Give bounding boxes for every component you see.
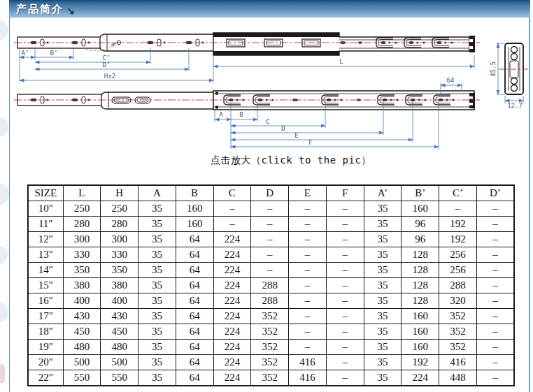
table-row: 15″3803803564224288––35128288– [28, 278, 514, 293]
table-cell: 350 [101, 263, 138, 278]
table-cell: – [326, 201, 364, 217]
table-cell: – [251, 247, 289, 263]
table-cell: 352 [251, 309, 289, 324]
table-cell: 35 [364, 278, 401, 293]
table-cell: 160 [401, 201, 439, 217]
dim-label-e: E [294, 132, 298, 139]
column-header: A [138, 185, 176, 201]
table-cell: 224 [213, 309, 251, 324]
table-cell: 224 [213, 340, 251, 355]
table-cell: 35 [364, 232, 401, 247]
table-cell: 35 [364, 324, 401, 340]
table-cell: 256 [439, 263, 477, 278]
table-cell: 20″ [28, 355, 63, 370]
column-header: C’ [439, 185, 477, 201]
table-cell: 256 [439, 247, 477, 263]
table-row: 20″5005003564224352416–35192416– [28, 355, 514, 370]
table-cell: 12″ [28, 232, 63, 247]
table-cell: 330 [101, 247, 138, 263]
table-header-row: SIZELHABCDEFA’B’C’D’ [28, 185, 514, 201]
table-row: 16″4004003564224288––35128320– [28, 293, 514, 309]
table-cell: – [476, 340, 514, 355]
table-row: 11″28028035160––––3596192– [28, 217, 514, 232]
table-cell: – [326, 293, 364, 309]
table-cell: – [326, 340, 364, 355]
table-cell: – [476, 278, 514, 293]
table-cell: 35 [138, 278, 176, 293]
table-cell: 350 [63, 263, 101, 278]
table-cell: 380 [101, 278, 138, 293]
table-cell: – [326, 324, 364, 340]
column-header: B’ [401, 185, 439, 201]
table-cell: 35 [138, 232, 176, 247]
table-cell: 18″ [28, 324, 63, 340]
table-row: 18″4504503564224352––35160352– [28, 324, 514, 340]
table-cell: 250 [101, 201, 138, 217]
slide-rail-technical-drawing[interactable]: A’ B’ C’ D’ H±2 L [0, 0, 533, 168]
table-cell: 224 [401, 370, 439, 386]
table-cell: 22″ [28, 370, 63, 386]
table-cell: – [251, 232, 289, 247]
table-cell: 288 [251, 293, 289, 309]
table-row: 14″3503503564224–––35128256– [28, 263, 514, 278]
table-cell: 35 [138, 217, 176, 232]
table-cell: – [326, 355, 364, 370]
table-cell: – [476, 247, 514, 263]
table-cell: 192 [439, 232, 477, 247]
table-cell: – [326, 278, 364, 293]
table-cell: 64 [176, 340, 213, 355]
table-row: 19″4804803564224352––35160352– [28, 340, 514, 355]
table-row: 22″5505503564224352416–35224448– [28, 370, 514, 386]
table-cell: – [476, 201, 514, 217]
table-row: 10″25025035160––––35160–– [28, 201, 514, 217]
table-cell: – [476, 217, 514, 232]
click-to-enlarge-link[interactable]: 点击放大（click to the pic） [211, 154, 371, 167]
table-cell: 14″ [28, 263, 63, 278]
table-cell: 128 [401, 263, 439, 278]
column-header: H [101, 185, 138, 201]
column-header: D’ [476, 185, 514, 201]
table-cell: 35 [364, 355, 401, 370]
table-cell: 35 [364, 201, 401, 217]
dim-label-d-prime: D’ [103, 61, 111, 68]
column-header: D [251, 185, 289, 201]
table-cell: 35 [364, 263, 401, 278]
dim-label-b: B [239, 111, 243, 118]
table-cell: 35 [138, 263, 176, 278]
table-cell: – [439, 201, 477, 217]
table-cell: – [289, 263, 327, 278]
table-cell: 330 [63, 247, 101, 263]
dim-label-a-prime: A’ [22, 50, 29, 57]
table-cell: 320 [439, 293, 477, 309]
table-cell: 19″ [28, 340, 63, 355]
table-cell: 64 [176, 247, 213, 263]
column-header: E [289, 185, 327, 201]
table-cell: 224 [213, 293, 251, 309]
table-cell: 35 [138, 370, 176, 386]
table-cell: 10″ [28, 201, 63, 217]
table-cell: – [289, 201, 327, 217]
table-cell: 35 [138, 247, 176, 263]
table-cell: 35 [364, 217, 401, 232]
table-cell: – [476, 309, 514, 324]
corner-arrow-icon: ↘ [66, 5, 75, 16]
table-cell: 35 [138, 355, 176, 370]
table-cell: 160 [401, 309, 439, 324]
table-cell: 35 [138, 324, 176, 340]
dim-label-c-prime: C’ [103, 55, 111, 61]
table-cell: 480 [63, 340, 101, 355]
table-cell: 16″ [28, 293, 63, 309]
table-cell: 160 [176, 217, 213, 232]
table-cell: – [251, 263, 289, 278]
table-cell: – [289, 324, 327, 340]
dim-label-b-prime: B’ [50, 50, 58, 57]
table-cell: – [326, 247, 364, 263]
cross-section: 45.5 12.7 [490, 43, 530, 109]
page: 产品简介 ↘ [0, 0, 533, 392]
watermark [0, 246, 8, 264]
table-cell: 224 [213, 263, 251, 278]
table-cell: – [251, 217, 289, 232]
table-cell: 450 [101, 324, 138, 340]
table-cell: – [326, 263, 364, 278]
table-cell: 448 [439, 370, 477, 386]
